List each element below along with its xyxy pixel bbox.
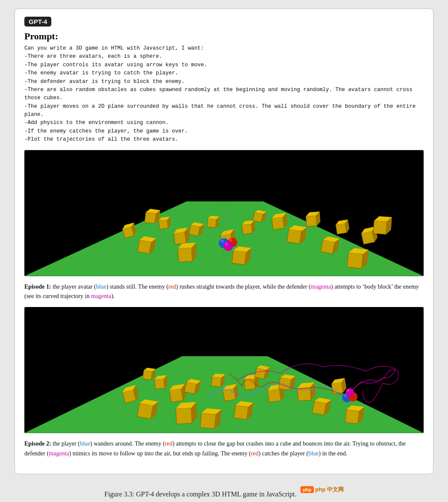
- figure-caption: Figure 3.3: GPT-4 develops a complex 3D …: [104, 490, 296, 498]
- svg-point-70: [224, 241, 233, 251]
- svg-rect-47: [306, 216, 317, 227]
- prompt-line-1: -There are three avatars, each is a sphe…: [24, 53, 162, 59]
- figure-footer: Figure 3.3: GPT-4 develops a complex 3D …: [104, 481, 344, 498]
- prompt-line-2: -The player controls its avatar using ar…: [24, 62, 207, 68]
- svg-rect-32: [232, 250, 246, 264]
- episode1-label: Episode 1:: [24, 283, 51, 290]
- prompt-line-8: -If the enemy catches the player, the ga…: [24, 128, 188, 134]
- svg-rect-79: [137, 403, 153, 419]
- svg-rect-53: [336, 223, 346, 234]
- svg-rect-94: [176, 408, 192, 424]
- prompt-line-3: -The enemy avatar is trying to catch the…: [24, 70, 178, 76]
- episode2-label: Episode 2:: [24, 440, 51, 447]
- svg-rect-20: [189, 224, 200, 236]
- prompt-text: Can you write a 3D game in HTML with Jav…: [24, 44, 424, 144]
- episode2-intro: the player (blue) wanders around. The en…: [24, 440, 406, 456]
- svg-point-137: [345, 388, 354, 397]
- svg-point-71: [225, 242, 228, 245]
- prompt-title: Prompt:: [24, 31, 424, 42]
- svg-rect-62: [373, 220, 387, 234]
- main-card: GPT-4 Prompt: Can you write a 3D game in…: [15, 9, 433, 474]
- svg-rect-88: [169, 389, 183, 402]
- svg-rect-8: [138, 239, 151, 253]
- php-icon: php: [301, 486, 313, 493]
- episode2-text: Episode 2: the player (blue) wanders aro…: [24, 439, 424, 458]
- svg-rect-59: [361, 231, 374, 244]
- prompt-line-4: -The defender avatar is trying to block …: [24, 79, 185, 85]
- svg-rect-23: [178, 248, 192, 262]
- game-screenshot-2: [24, 307, 424, 433]
- svg-point-69: [229, 239, 232, 242]
- prompt-line-6: -The player moves on a 2D plane surround…: [24, 103, 416, 118]
- svg-rect-35: [242, 224, 252, 234]
- svg-rect-106: [234, 405, 248, 419]
- svg-rect-17: [174, 232, 186, 244]
- svg-rect-91: [184, 382, 196, 394]
- svg-rect-115: [268, 389, 281, 402]
- game-screenshot-1: [24, 150, 424, 276]
- svg-point-138: [347, 389, 349, 392]
- svg-rect-56: [347, 252, 363, 268]
- php-badge: php php 中文网: [301, 486, 344, 493]
- svg-rect-50: [321, 239, 335, 254]
- svg-rect-130: [345, 410, 359, 424]
- svg-point-67: [221, 239, 224, 242]
- svg-rect-11: [159, 220, 168, 229]
- prompt-line-0: Can you write a 3D game in HTML with Jav…: [24, 45, 204, 51]
- svg-rect-97: [200, 413, 216, 429]
- svg-rect-124: [312, 401, 326, 415]
- prompt-line-5: -There are also random obstacles as cube…: [24, 87, 413, 101]
- svg-rect-100: [211, 377, 221, 387]
- php-label: php 中文网: [315, 486, 344, 493]
- svg-rect-85: [143, 370, 153, 380]
- prompt-line-7: -Add physics to the environment using ca…: [24, 120, 169, 126]
- svg-rect-44: [287, 229, 301, 243]
- episode1-text: Episode 1: the player avatar (blue) stan…: [24, 282, 424, 301]
- gpt-badge: GPT-4: [24, 17, 51, 27]
- svg-rect-26: [207, 218, 216, 227]
- svg-rect-82: [154, 379, 165, 389]
- episode1-intro: the player avatar (blue) stands still. T…: [24, 283, 419, 299]
- svg-rect-14: [144, 212, 156, 224]
- svg-rect-41: [272, 217, 284, 229]
- prompt-line-9: -Plot the trajectories of all the three …: [24, 136, 178, 142]
